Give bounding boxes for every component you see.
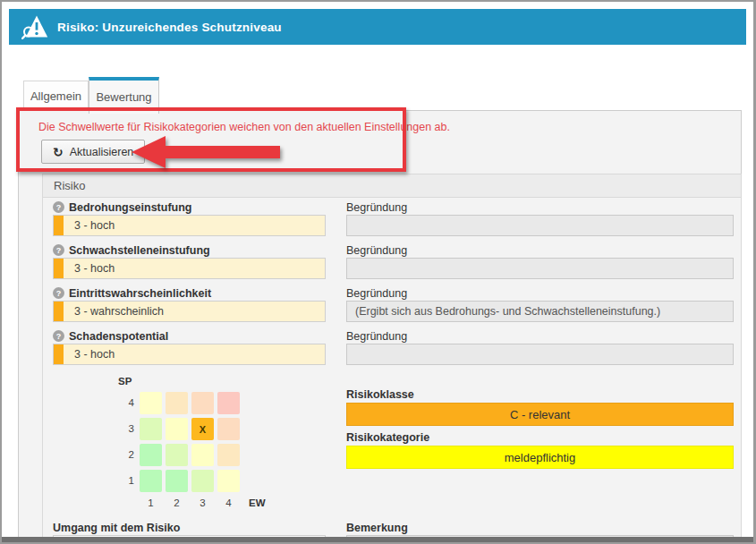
aktualisieren-button[interactable]: ↻ Aktualisieren [41, 140, 145, 164]
matrix-row-label: 4 [118, 392, 134, 414]
matrix-cell[interactable] [166, 392, 188, 414]
field-label: Eintrittswahrscheinlichkeit [69, 287, 211, 300]
rating-color-bar [54, 344, 64, 364]
tab-bewertung[interactable]: Bewertung [89, 77, 159, 114]
matrix-col-label: 1 [140, 497, 162, 508]
field-row-schadenspotential: ? Schadenspotential 3 - hoch Begründung [53, 328, 741, 365]
schwachstellen-select[interactable]: 3 - hoch [53, 258, 326, 279]
reason-label: Begründung [346, 285, 734, 301]
matrix-cell[interactable] [217, 418, 240, 440]
matrix-row-label: 2 [118, 444, 134, 466]
field-row-eintrittswahrscheinlichkeit: ? Eintrittswahrscheinlichkeit 3 - wahrsc… [53, 285, 741, 322]
matrix-cell[interactable] [166, 470, 188, 492]
risk-results: Risikoklasse C - relevant Risikokategori… [346, 388, 734, 474]
help-icon[interactable]: ? [53, 244, 64, 256]
matrix-cell[interactable] [140, 392, 162, 414]
matrix-cell[interactable] [217, 470, 240, 492]
reason-label: Begründung [346, 242, 734, 258]
matrix-cell[interactable] [140, 444, 162, 466]
field-label: Schadenspotential [69, 330, 168, 343]
risk-class-label: Risikoklasse [346, 388, 734, 403]
app-window: Risiko: Unzureichendes Schutzniveau Allg… [0, 0, 756, 544]
refresh-icon: ↻ [53, 146, 64, 158]
matrix-cell[interactable] [191, 444, 214, 466]
threshold-warning-text: Die Schwellwerte für Risikokategorien we… [38, 121, 450, 133]
matrix-cell[interactable] [166, 444, 188, 466]
remark-label: Bemerkung [346, 520, 734, 535]
reason-label: Begründung [346, 328, 734, 344]
field-label: Bedrohungseinstufung [69, 201, 192, 214]
risk-class-bar: C - relevant [346, 403, 734, 426]
matrix-row-label: 3 [118, 418, 134, 440]
eintritt-begruendung-field: (Ergibt sich aus Bedrohungs- und Schwach… [346, 301, 734, 322]
bedrohungseinstufung-select[interactable]: 3 - hoch [53, 215, 326, 236]
field-value: 3 - hoch [64, 262, 115, 275]
matrix-cell[interactable] [217, 392, 240, 414]
matrix-col-label: 3 [191, 497, 214, 508]
matrix-row-labels: 4321 [118, 392, 134, 492]
field-value: 3 - hoch [64, 219, 115, 232]
field-value: 3 - hoch [64, 348, 115, 361]
matrix-cell[interactable] [191, 470, 214, 492]
matrix-cell[interactable] [191, 392, 214, 414]
risk-warning-search-icon [21, 14, 48, 39]
group-title: Risiko [43, 174, 741, 198]
risk-category-label: Risikokategorie [346, 431, 734, 446]
field-label: Schwachstelleneinstufung [69, 244, 210, 257]
page-title: Risiko: Unzureichendes Schutzniveau [57, 21, 282, 34]
matrix-cell[interactable] [166, 418, 188, 440]
matrix-cell-selected[interactable]: X [191, 418, 214, 440]
field-row-schwachstelleneinstufung: ? Schwachstelleneinstufung 3 - hoch Begr… [53, 242, 741, 279]
window-bottom-edge [2, 537, 753, 542]
titlebar: Risiko: Unzureichendes Schutzniveau [9, 9, 746, 45]
reason-label: Begründung [346, 200, 734, 215]
help-icon[interactable]: ? [53, 330, 64, 342]
matrix-cell[interactable] [217, 444, 240, 466]
field-row-bedrohungseinstufung: ? Bedrohungseinstufung 3 - hoch Begründu… [53, 200, 741, 236]
help-icon[interactable]: ? [53, 201, 64, 213]
schadenspotential-begruendung-input[interactable] [346, 344, 734, 365]
risiko-groupbox: Risiko ? Bedrohungseinstufung 3 - hoch B… [42, 174, 742, 540]
matrix-row-label: 1 [118, 470, 134, 492]
rating-color-bar [54, 302, 64, 321]
matrix-col-labels: 1234 EW [140, 497, 266, 508]
tab-allgemein[interactable]: Allgemein [23, 81, 89, 111]
aktualisieren-button-label: Aktualisieren [70, 146, 134, 158]
risk-category-bar: meldepflichtig [346, 446, 734, 469]
matrix-col-label: 4 [217, 497, 240, 508]
matrix-x-axis-label: EW [249, 497, 266, 508]
matrix-cell[interactable] [140, 418, 162, 440]
eintrittswahrscheinlichkeit-select[interactable]: 3 - wahrscheinlich [53, 301, 326, 322]
rating-color-bar [54, 216, 64, 235]
field-value: 3 - wahrscheinlich [64, 305, 164, 318]
matrix-y-axis-label: SP [118, 376, 266, 387]
matrix-grid: X [140, 392, 240, 492]
matrix-col-label: 2 [166, 497, 188, 508]
risk-matrix-block: SP 4321 X 1234 EW Risikoklasse C - relev… [53, 371, 741, 520]
schadenspotential-select[interactable]: 3 - hoch [53, 344, 326, 365]
risk-matrix: SP 4321 X 1234 EW [118, 376, 266, 508]
handling-label: Umgang mit dem Risiko [53, 520, 326, 535]
matrix-cell[interactable] [140, 470, 162, 492]
schwachstellen-begruendung-input[interactable] [346, 258, 734, 279]
rating-color-bar [54, 259, 64, 278]
bedrohung-begruendung-input[interactable] [346, 215, 734, 236]
help-icon[interactable]: ? [53, 287, 64, 299]
